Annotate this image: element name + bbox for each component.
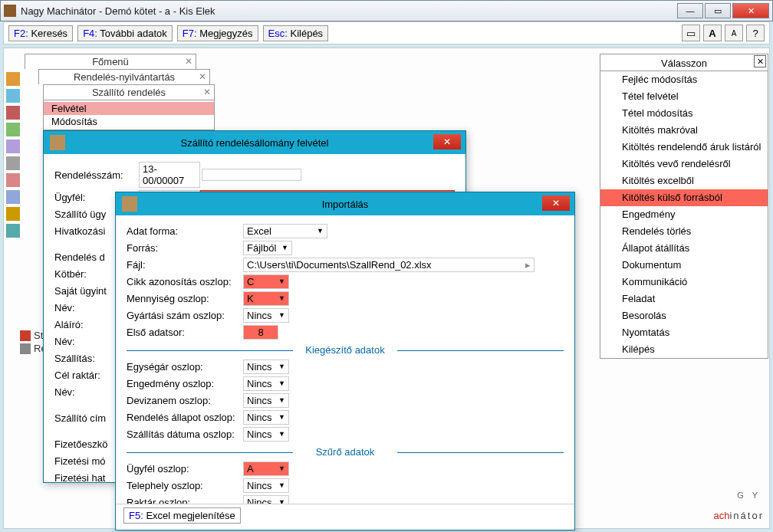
chevron-down-icon: ▼ <box>278 277 285 285</box>
tool-icon[interactable] <box>6 173 20 187</box>
valasszon-item[interactable]: Nyomtatás <box>600 324 768 341</box>
mennyiseg-oszlop-label: Mennyiség oszlop: <box>127 293 243 304</box>
shortcut-f4[interactable]: F4: További adatok <box>77 25 173 41</box>
rendelesszam-extra-field[interactable] <box>202 169 301 181</box>
panel-close-button[interactable]: ✕ <box>754 55 766 67</box>
valasszon-item[interactable]: Dokumentum <box>600 257 768 274</box>
shortcut-bar: F2: Keresés F4: További adatok F7: Megje… <box>3 21 770 44</box>
szallitas-datuma-oszlop-select[interactable]: Nincs▼ <box>243 427 289 442</box>
section-kiegeszito: Kiegészítő adatok <box>127 344 564 356</box>
valasszon-item[interactable]: Tétel módosítás <box>600 105 768 122</box>
tool-icon[interactable] <box>6 72 20 86</box>
szallito-rendeles-menu: Felvétel Módosítás <box>43 100 215 130</box>
minimize-button[interactable]: — <box>677 3 703 18</box>
tab-close-icon[interactable]: ✕ <box>203 87 211 97</box>
menu-item-felvetel[interactable]: Felvétel <box>44 102 214 115</box>
window-title: Importálás <box>116 199 574 210</box>
valasszon-item[interactable]: Állapot átállítás <box>600 240 768 257</box>
valasszon-item[interactable]: Engedmény <box>600 206 768 223</box>
valasszon-item[interactable]: Rendelés törlés <box>600 223 768 240</box>
engedmeny-oszlop-label: Engedmény oszlop: <box>127 378 243 389</box>
valasszon-item[interactable]: Tétel felvétel <box>600 88 768 105</box>
fajl-input[interactable]: C:\Users\ti\Documents\SzallRend_02.xlsx▸ <box>243 258 535 272</box>
valasszon-item[interactable]: Besorolás <box>600 307 768 324</box>
tab-szallito-rendeles[interactable]: Szállító rendelés ✕ <box>43 84 215 100</box>
window-titlebar: Nagy Machinátor - Demó kötet - a - Kis E… <box>0 0 773 21</box>
cube-icon <box>20 330 31 341</box>
cikk-oszlop-label: Cikk azonosítás oszlop: <box>127 276 243 287</box>
elso-adatsor-input[interactable]: 8 <box>243 325 278 340</box>
valasszon-item[interactable]: Kitöltés makróval <box>600 122 768 139</box>
tab-close-icon[interactable]: ✕ <box>199 71 206 82</box>
ugyfel-oszlop-label: Ügyfél oszlop: <box>127 463 243 475</box>
tab-rendeles-nyilvantartas[interactable]: Rendelés-nyilvántartás ✕ <box>38 69 210 84</box>
chevron-down-icon: ▼ <box>278 430 285 438</box>
window-close-button[interactable]: ✕ <box>433 134 461 149</box>
ugyfel-oszlop-select[interactable]: A▼ <box>243 461 289 476</box>
shortcut-f5-excel[interactable]: F5: Excel megjelenítése <box>123 507 241 524</box>
gyartasi-oszlop-select[interactable]: Nincs▼ <box>243 308 289 323</box>
chevron-down-icon: ▼ <box>278 311 285 319</box>
forras-label: Forrás: <box>127 242 243 254</box>
chevron-down-icon: ▼ <box>278 498 285 504</box>
raktar-oszlop-select[interactable]: Nincs▼ <box>243 495 289 504</box>
tool-icon[interactable] <box>6 123 20 136</box>
valasszon-item[interactable]: Kilépés <box>600 341 768 358</box>
tool-icon[interactable] <box>6 106 20 120</box>
chevron-down-icon: ▼ <box>278 396 285 404</box>
tool-icon[interactable] <box>6 156 20 170</box>
engedmeny-oszlop-select[interactable]: Nincs▼ <box>243 376 289 391</box>
egysegar-oszlop-select[interactable]: Nincs▼ <box>243 360 289 374</box>
tool-window-icon[interactable]: ▭ <box>682 25 700 41</box>
font-small-button[interactable]: A <box>725 25 743 41</box>
valasszon-item[interactable]: Kitöltés excelből <box>600 172 768 189</box>
szallitas-datuma-oszlop-label: Szállítás dátuma oszlop: <box>127 429 243 440</box>
shortcut-f2[interactable]: F2: Keresés <box>8 25 73 41</box>
rendeles-allapot-oszlop-select[interactable]: Nincs▼ <box>243 410 289 425</box>
cikk-oszlop-select[interactable]: C▼ <box>243 274 289 289</box>
valasszon-item[interactable]: Kitöltés külső forrásból <box>600 189 768 206</box>
tool-icon[interactable] <box>6 224 20 238</box>
shortcut-f7[interactable]: F7: Megjegyzés <box>177 25 258 41</box>
tab-close-icon[interactable]: ✕ <box>185 56 192 67</box>
tool-icon[interactable] <box>6 190 20 204</box>
window-title: Nagy Machinátor - Demó kötet - a - Kis E… <box>21 5 677 17</box>
valasszon-panel: Válasszon ✕ Fejléc módosításTétel felvét… <box>600 54 768 359</box>
font-large-button[interactable]: A <box>703 25 722 41</box>
tool-icon[interactable] <box>6 89 20 103</box>
chevron-down-icon: ▼ <box>278 294 285 302</box>
valasszon-item[interactable]: Kommunikáció <box>600 274 768 291</box>
gyartasi-oszlop-label: Gyártási szám oszlop: <box>127 310 243 321</box>
valasszon-item[interactable]: Kitöltés vevő rendelésről <box>600 156 768 172</box>
close-button[interactable]: ✕ <box>732 3 769 18</box>
menu-item-modositas[interactable]: Módosítás <box>44 115 214 128</box>
rendelesszam-field[interactable]: 13-00/00007 <box>139 162 200 188</box>
devizanem-oszlop-select[interactable]: Nincs▼ <box>243 393 289 408</box>
adatforma-label: Adat forma: <box>127 225 243 237</box>
egysegar-oszlop-label: Egységár oszlop: <box>127 361 243 373</box>
package-icon <box>50 135 65 150</box>
raktar-oszlop-label: Raktár oszlop: <box>127 497 243 504</box>
package-icon <box>122 196 137 212</box>
valasszon-item[interactable]: Fejléc módosítás <box>600 71 768 88</box>
valasszon-item[interactable]: Feladat <box>600 291 768 307</box>
maximize-button[interactable]: ▭ <box>705 3 731 18</box>
window-close-button[interactable]: ✕ <box>542 195 570 211</box>
mennyiseg-oszlop-select[interactable]: K▼ <box>243 291 289 306</box>
forras-select[interactable]: Fájlból▼ <box>243 241 292 255</box>
help-button[interactable]: ? <box>746 25 765 41</box>
tool-icon[interactable] <box>6 207 20 221</box>
chevron-down-icon: ▼ <box>278 363 285 370</box>
tool-icon[interactable] <box>6 140 20 153</box>
rendelesszam-label: Rendelésszám: <box>54 169 139 181</box>
tab-fomenu[interactable]: Főmenü ✕ <box>25 54 196 69</box>
gear-icon <box>20 343 31 354</box>
valasszon-item[interactable]: Kitöltés rendelendő áruk listáról <box>600 139 768 156</box>
app-icon <box>4 5 16 17</box>
chevron-down-icon: ▼ <box>278 481 285 489</box>
adatforma-select[interactable]: Excel▼ <box>243 224 327 238</box>
shortcut-esc[interactable]: Esc: Kilépés <box>263 25 329 41</box>
valasszon-header: Válasszon ✕ <box>600 54 768 71</box>
elso-adatsor-label: Első adatsor: <box>127 327 243 338</box>
telephely-oszlop-select[interactable]: Nincs▼ <box>243 478 289 493</box>
